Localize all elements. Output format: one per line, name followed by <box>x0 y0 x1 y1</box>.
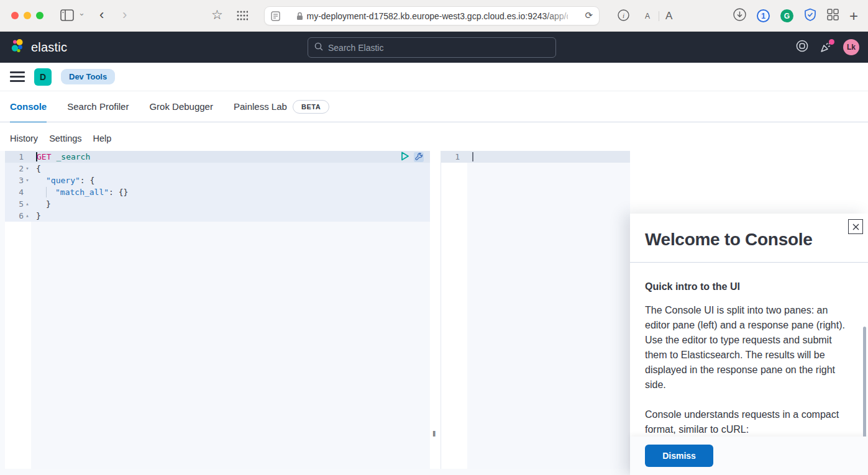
fold-down-icon[interactable]: ▾ <box>24 163 31 174</box>
bookmark-star-icon[interactable]: ☆ <box>211 7 223 22</box>
help-icon[interactable] <box>796 40 808 55</box>
page-gutter <box>0 151 5 475</box>
info-icon[interactable]: i <box>618 9 629 21</box>
editor-line-6[interactable]: 6 ▴ } <box>5 210 430 222</box>
request-editor[interactable]: 1 GET_search 2 ▾ { 3 ▾ "query": { 4 <box>5 151 430 469</box>
global-search-input[interactable]: Search Elastic <box>308 37 556 58</box>
line-number: 3 <box>5 176 24 185</box>
breadcrumb-bar: D Dev Tools <box>0 63 868 91</box>
window-minimize-button[interactable] <box>24 12 31 19</box>
sidebar-chevron-icon[interactable]: ⌄ <box>78 8 85 17</box>
new-tab-icon[interactable]: + <box>849 9 858 24</box>
window-zoom-button[interactable] <box>36 12 43 19</box>
search-placeholder: Search Elastic <box>328 43 383 53</box>
address-bar[interactable]: my-deployment-d17582.kb.europe-west3.gcp… <box>264 6 600 25</box>
flyout-footer: Dismiss <box>630 437 868 475</box>
json-punct: : {} <box>109 188 128 197</box>
menu-help[interactable]: Help <box>93 133 112 143</box>
menu-hamburger-icon[interactable] <box>10 71 25 82</box>
json-punct: } <box>46 199 51 209</box>
text-smaller-button[interactable]: A <box>645 12 650 20</box>
editor-line-5[interactable]: 5 ▴ } <box>5 198 430 210</box>
welcome-flyout: Welcome to Console Quick intro to the UI… <box>630 214 868 475</box>
resizer-grip[interactable]: ‖ <box>432 429 435 438</box>
line-number: 4 <box>5 188 24 197</box>
menu-settings[interactable]: Settings <box>49 133 81 143</box>
browser-toolbar: ⌄ ‹ › ☆ my-deployment-d17582.kb.europe-w… <box>0 0 868 32</box>
grammarly-extension-icon[interactable]: G <box>780 9 793 22</box>
sidebar-toggle-icon[interactable] <box>60 9 74 21</box>
tab-console[interactable]: Console <box>10 91 47 122</box>
flyout-title: Welcome to Console <box>645 230 853 250</box>
notification-dot <box>829 39 834 45</box>
flyout-scrollbar[interactable] <box>863 327 866 437</box>
indent-guide <box>46 187 55 197</box>
tab-grid-icon[interactable] <box>237 11 248 20</box>
reload-icon[interactable]: ⟳ <box>585 10 593 21</box>
line-number: 1 <box>441 152 460 161</box>
close-button[interactable] <box>848 219 863 234</box>
brand-label: elastic <box>31 40 67 55</box>
editor-line-4[interactable]: 4 "match_all": {} <box>5 186 430 198</box>
json-key: "query" <box>46 176 80 185</box>
tab-painless-lab-label: Painless Lab <box>234 101 287 112</box>
tab-grok-debugger[interactable]: Grok Debugger <box>149 91 213 122</box>
line-number: 5 <box>5 199 24 209</box>
app-header: elastic Search Elastic Lk <box>0 32 868 63</box>
editor-line-2[interactable]: 2 ▾ { <box>5 163 430 174</box>
line-number: 1 <box>5 152 24 161</box>
text-larger-button[interactable]: A <box>665 10 672 22</box>
send-request-button[interactable] <box>401 152 409 163</box>
svg-text:i: i <box>623 12 624 19</box>
console-menu: History Settings Help <box>10 133 111 143</box>
breadcrumb-dev-tools[interactable]: Dev Tools <box>61 69 115 84</box>
dismiss-button[interactable]: Dismiss <box>645 445 713 467</box>
response-pane[interactable]: 1 <box>441 151 630 469</box>
response-line-1[interactable]: 1 <box>441 151 630 163</box>
onepassword-extension-icon[interactable]: 1 <box>757 9 770 22</box>
line-number: 6 <box>5 211 24 220</box>
pane-resizer[interactable]: ‖ <box>430 151 441 469</box>
fold-down-icon[interactable]: ▾ <box>24 174 31 186</box>
url-fade <box>543 7 580 24</box>
flyout-body: Quick intro to the UI The Console UI is … <box>630 263 868 437</box>
elastic-brand[interactable]: elastic <box>10 38 67 57</box>
json-punct: : { <box>80 176 94 185</box>
lock-icon <box>296 12 303 20</box>
fold-up-icon[interactable]: ▴ <box>24 210 31 222</box>
response-content-bg <box>467 151 630 469</box>
editor-line-1[interactable]: 1 GET_search <box>5 151 430 163</box>
menu-history[interactable]: History <box>10 133 38 143</box>
divider <box>659 11 659 21</box>
reader-view-icon[interactable] <box>271 11 280 24</box>
flyout-header: Welcome to Console <box>630 214 868 263</box>
tab-painless-lab[interactable]: Painless LabBETA <box>234 91 329 122</box>
text-cursor <box>472 152 473 161</box>
downloads-icon[interactable] <box>733 8 746 24</box>
space-avatar[interactable]: D <box>34 68 52 86</box>
search-icon <box>314 42 323 53</box>
editor-line-3[interactable]: 3 ▾ "query": { <box>5 174 430 186</box>
tab-search-profiler[interactable]: Search Profiler <box>67 91 129 122</box>
forward-button[interactable]: › <box>122 8 127 22</box>
request-options-wrench-button[interactable] <box>414 152 424 162</box>
beta-badge: BETA <box>293 100 330 114</box>
line-number: 2 <box>5 164 24 173</box>
user-avatar[interactable]: Lk <box>843 39 859 55</box>
intro-paragraph-1: The Console UI is split into two panes: … <box>645 303 853 392</box>
http-method: GET <box>37 152 51 161</box>
tab-overview-icon[interactable] <box>827 9 839 23</box>
back-button[interactable]: ‹ <box>99 8 104 22</box>
privacy-shield-extension-icon[interactable] <box>804 8 816 24</box>
elastic-logo-icon <box>10 38 26 57</box>
console-page: History Settings Help 1 GET_search 2 ▾ { <box>0 122 868 475</box>
json-key: "match_all" <box>55 188 109 197</box>
dev-tools-tabs: Console Search Profiler Grok Debugger Pa… <box>0 91 868 122</box>
request-path: _search <box>51 152 90 161</box>
window-close-button[interactable] <box>11 12 19 19</box>
fold-up-icon[interactable]: ▴ <box>24 198 31 210</box>
intro-paragraph-2: Console understands requests in a compac… <box>645 407 853 437</box>
bottom-strip <box>0 469 630 475</box>
newsfeed-icon[interactable] <box>820 41 832 53</box>
response-gutter <box>441 151 467 469</box>
